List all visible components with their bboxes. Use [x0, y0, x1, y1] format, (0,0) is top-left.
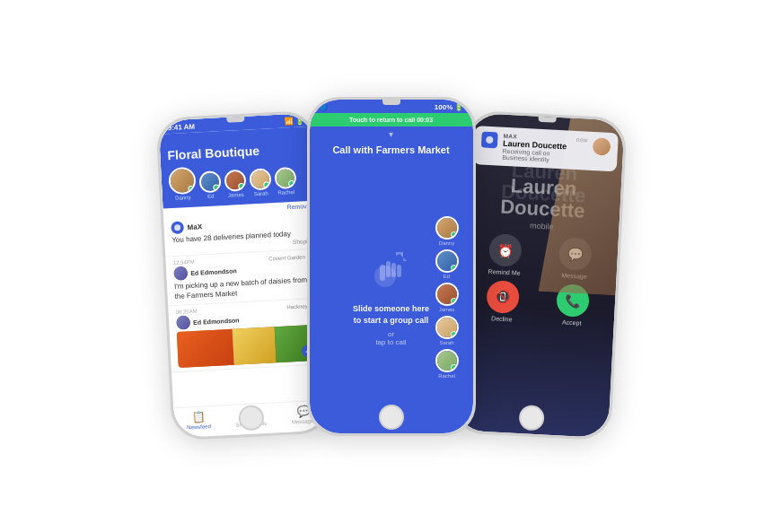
notif-content: MAX Lauren Doucette Receiving call on Bu…: [502, 132, 571, 163]
avatar-name-sarah: Sarah: [253, 190, 268, 196]
remind-action[interactable]: ⏰ Remind Me: [488, 233, 522, 276]
nav-newsfeed[interactable]: 📋 Newsfeed: [186, 410, 211, 430]
remind-label: Remind Me: [488, 268, 520, 276]
center-screen: 🔵 100% 🔋 Touch to return to call 00:03 ▾…: [310, 100, 473, 433]
avatar-sarah: [249, 168, 271, 190]
green-dot-rachel: [288, 179, 294, 186]
phone-right: MAX Lauren Doucette Receiving call on Bu…: [451, 109, 628, 440]
home-button-center[interactable]: [379, 405, 404, 430]
ed-avatar-sm: [172, 266, 188, 281]
notification-banner[interactable]: MAX Lauren Doucette Receiving call on Bu…: [472, 126, 618, 171]
call-instruction-text: Slide someone hereto start a group call: [353, 303, 429, 326]
ed2-avatar-sm: [175, 315, 190, 330]
notch-center: [382, 100, 400, 105]
status-bt: 🔵: [319, 103, 328, 111]
avatar-name-ed: Ed: [207, 193, 215, 198]
green-dot-sarah: [263, 181, 269, 188]
decline-button[interactable]: 📵: [486, 280, 520, 314]
avatar-name-danny: Danny: [175, 194, 191, 200]
phone-left: 9:41 AM 📶 🔋 Floral Boutique Danny: [155, 109, 332, 440]
call-instruction-area: Slide someone hereto start a group call …: [310, 159, 473, 433]
home-button-right[interactable]: [518, 405, 544, 431]
avatar-name-james: James: [227, 191, 243, 197]
notif-time: now: [576, 135, 587, 143]
avatar-rachel: [274, 166, 296, 188]
avatar-item-rachel: Rachel: [274, 166, 297, 195]
photo-preview: +: [176, 324, 318, 367]
call-or-text: or: [388, 330, 394, 338]
green-dot-danny: [188, 185, 194, 191]
avatar-name-rachel: Rachel: [277, 188, 294, 195]
status-time-left: 9:41 AM: [167, 122, 195, 132]
call-title: Call with Farmers Market: [310, 141, 473, 159]
svg-rect-4: [391, 263, 396, 277]
app-title-left: Floral Boutique: [166, 141, 307, 162]
notch-left: [226, 116, 244, 122]
ed2-timestamp: 08:25AM: [175, 308, 197, 314]
svg-point-0: [173, 224, 180, 231]
avatar-james: [224, 169, 246, 191]
max-title: MaX: [187, 216, 305, 231]
green-dot-james: [238, 182, 244, 188]
right-screen: MAX Lauren Doucette Receiving call on Bu…: [453, 112, 624, 438]
avatar-row-left: Danny Ed James: [168, 161, 310, 201]
decline-label: Decline: [491, 315, 513, 322]
ed2-face: [175, 315, 190, 330]
svg-rect-5: [397, 265, 401, 277]
svg-rect-2: [380, 265, 385, 281]
ed-timestamp: 12:34PM: [172, 259, 194, 266]
accept-label: Accept: [561, 318, 581, 326]
avatar-danny: [168, 166, 197, 195]
avatar-item-danny: Danny: [168, 166, 197, 201]
remind-button[interactable]: ⏰: [488, 233, 522, 267]
ed-face: [172, 266, 188, 281]
call-tap-text[interactable]: tap to call: [375, 338, 406, 346]
phone-center: 🔵 100% 🔋 Touch to return to call 00:03 ▾…: [307, 97, 476, 436]
phones-container: 9:41 AM 📶 🔋 Floral Boutique Danny: [0, 0, 782, 532]
status-icons-left: 📶 🔋: [284, 117, 304, 126]
newsfeed-icon: 📋: [191, 410, 206, 423]
lauren-face-notif: [592, 136, 611, 155]
avatar-item-james: James: [224, 169, 247, 197]
notif-app-icon: [480, 131, 497, 148]
notch-right: [538, 116, 556, 122]
ed-name: Ed Edmondson: [190, 267, 237, 276]
max-icon: [171, 221, 184, 234]
status-batt-center: 100% 🔋: [435, 103, 464, 111]
notif-avatar: [592, 136, 611, 155]
feed-item-ed-msg: 12:34PM Covent Garden 📍 Ed Edmondson I'm…: [165, 249, 322, 306]
call-main-container: Danny Ed James: [310, 159, 473, 433]
avatar-ed: [198, 170, 221, 193]
newsfeed-label: Newsfeed: [187, 423, 211, 430]
call-down-arrow: ▾: [310, 126, 473, 141]
avatar-item-sarah: Sarah: [249, 168, 272, 196]
decline-action[interactable]: 📵 Decline: [485, 280, 519, 323]
svg-point-6: [486, 135, 493, 143]
home-button-left[interactable]: [238, 405, 264, 431]
svg-rect-3: [386, 261, 391, 277]
feed-item-ed-photo: 08:25AM Hackney 📍 Ed Edmondson +: [168, 298, 326, 372]
left-screen: 9:41 AM 📶 🔋 Floral Boutique Danny: [158, 112, 329, 438]
avatar-item-ed: Ed: [198, 170, 222, 199]
swipe-icon: [369, 245, 414, 298]
green-dot-ed: [213, 184, 219, 190]
call-return-banner[interactable]: Touch to return to call 00:03: [310, 113, 473, 126]
left-top-bar: Floral Boutique Danny: [159, 126, 317, 208]
ed2-name: Ed Edmondson: [192, 316, 239, 325]
